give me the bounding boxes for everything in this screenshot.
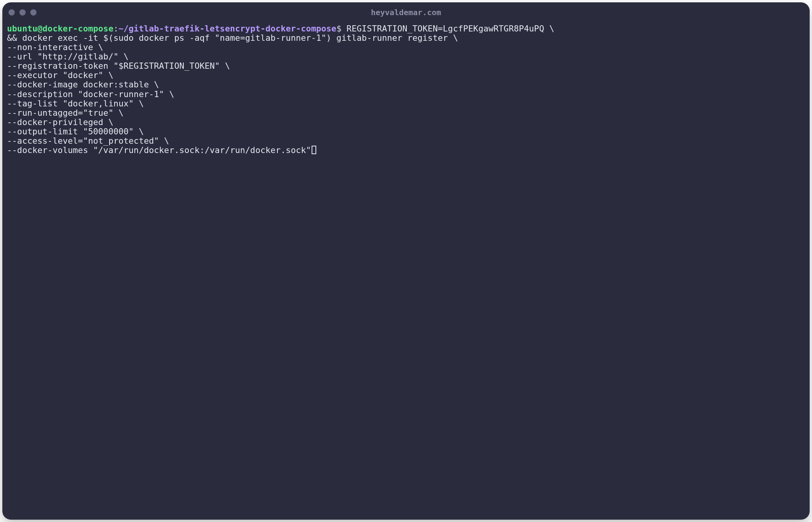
prompt-dollar: $ [336,24,342,33]
prompt-path: ~/gitlab-traefik-letsencrypt-docker-comp… [118,24,336,33]
minimize-icon[interactable] [19,9,26,16]
prompt-user: ubuntu@docker-compose [7,24,113,33]
terminal-body[interactable]: ubuntu@docker-compose:~/gitlab-traefik-l… [2,23,810,520]
terminal-window: heyvaldemar.com ubuntu@docker-compose:~/… [2,2,810,520]
cursor-icon [312,146,316,154]
zoom-icon[interactable] [30,9,37,16]
command-continuation: && docker exec -it $(sudo docker ps -aqf… [7,33,458,155]
command-first-line: REGISTRATION_TOKEN=LgcfPEKgawRTGR8P4uPQ … [342,24,554,33]
window-controls [9,9,37,16]
window-titlebar: heyvaldemar.com [2,2,810,23]
prompt-colon: : [113,24,118,33]
close-icon[interactable] [9,9,15,16]
window-title: heyvaldemar.com [2,8,810,17]
